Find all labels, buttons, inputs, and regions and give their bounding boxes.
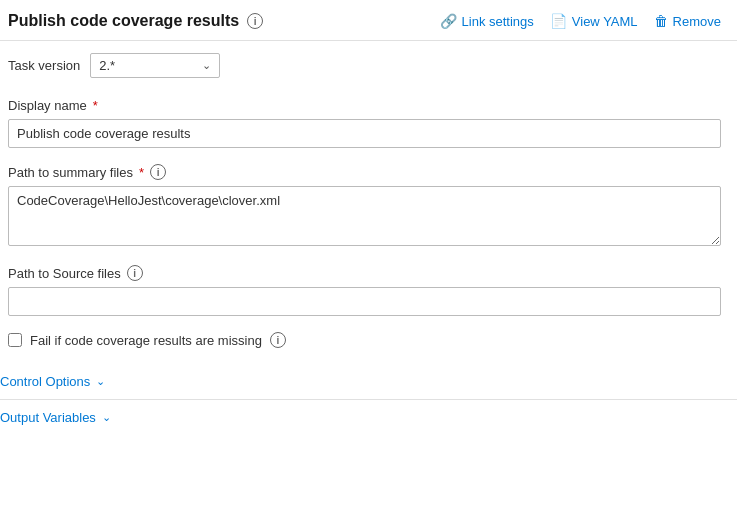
link-settings-label: Link settings [462,14,534,29]
path-summary-required: * [139,165,144,180]
output-variables-chevron: ⌄ [102,411,111,424]
output-variables-section[interactable]: Output Variables ⌄ [0,399,737,435]
path-source-input[interactable] [8,287,721,316]
link-icon: 🔗 [440,13,457,29]
display-name-input[interactable] [8,119,721,148]
task-version-value: 2.* [99,58,115,73]
remove-button[interactable]: 🗑 Remove [654,13,721,29]
control-options-chevron: ⌄ [96,375,105,388]
page-title: Publish code coverage results [8,12,239,30]
collapsible-sections: Control Options ⌄ Output Variables ⌄ [0,364,737,435]
control-options-section[interactable]: Control Options ⌄ [0,364,737,399]
remove-label: Remove [673,14,721,29]
title-info-icon[interactable]: i [247,13,263,29]
task-header: Publish code coverage results i 🔗 Link s… [0,0,737,41]
view-yaml-button[interactable]: 📄 View YAML [550,13,638,29]
path-summary-label: Path to summary files * i [8,164,721,180]
trash-icon: 🗑 [654,13,668,29]
task-version-select[interactable]: 2.* ⌄ [90,53,220,78]
path-source-info-icon[interactable]: i [127,265,143,281]
header-actions: 🔗 Link settings 📄 View YAML 🗑 Remove [440,13,721,29]
path-summary-info-icon[interactable]: i [150,164,166,180]
display-name-section: Display name * [8,98,721,148]
path-summary-textarea[interactable] [8,186,721,246]
path-source-section: Path to Source files i [8,265,721,316]
path-summary-section: Path to summary files * i [8,164,721,249]
fail-missing-checkbox[interactable] [8,333,22,347]
task-version-row: Task version 2.* ⌄ [8,53,721,78]
link-settings-button[interactable]: 🔗 Link settings [440,13,534,29]
fail-missing-label: Fail if code coverage results are missin… [30,333,262,348]
chevron-down-icon: ⌄ [202,59,211,72]
yaml-icon: 📄 [550,13,567,29]
control-options-label: Control Options [0,374,90,389]
view-yaml-label: View YAML [572,14,638,29]
checkbox-info-icon[interactable]: i [270,332,286,348]
display-name-label: Display name * [8,98,721,113]
checkbox-row: Fail if code coverage results are missin… [8,332,721,348]
path-source-label: Path to Source files i [8,265,721,281]
header-left: Publish code coverage results i [8,12,263,30]
output-variables-label: Output Variables [0,410,96,425]
display-name-required: * [93,98,98,113]
task-version-label: Task version [8,58,80,73]
main-content: Task version 2.* ⌄ Display name * Path t… [0,41,737,348]
